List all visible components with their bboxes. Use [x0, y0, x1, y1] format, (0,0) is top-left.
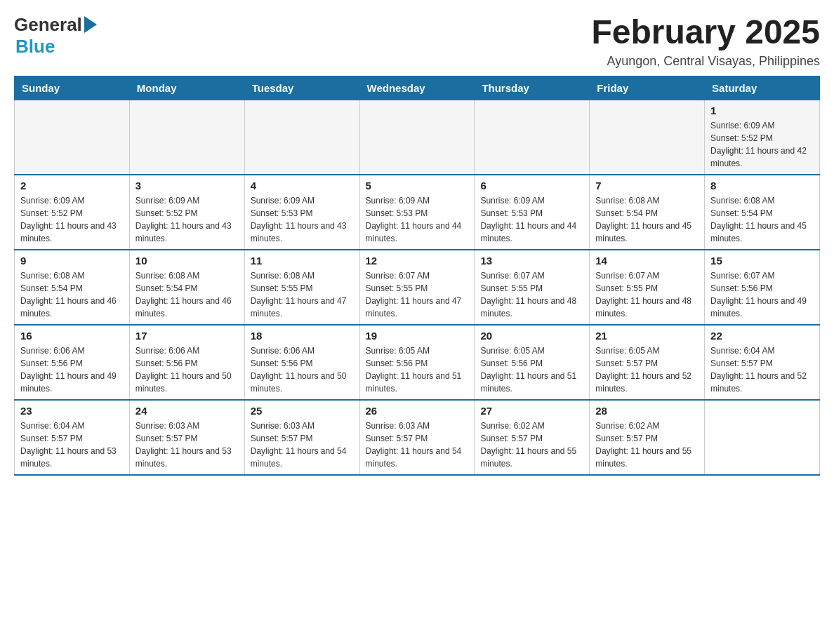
- calendar-cell: 5Sunrise: 6:09 AM Sunset: 5:53 PM Daylig…: [359, 175, 475, 250]
- calendar-cell: 17Sunrise: 6:06 AM Sunset: 5:56 PM Dayli…: [129, 325, 244, 400]
- day-number: 18: [251, 330, 354, 342]
- calendar-cell: 7Sunrise: 6:08 AM Sunset: 5:54 PM Daylig…: [590, 175, 705, 250]
- location-title: Ayungon, Central Visayas, Philippines: [591, 54, 820, 69]
- day-info: Sunrise: 6:08 AM Sunset: 5:55 PM Dayligh…: [251, 269, 354, 320]
- day-header-wednesday: Wednesday: [359, 76, 475, 100]
- day-number: 27: [480, 405, 583, 417]
- day-info: Sunrise: 6:08 AM Sunset: 5:54 PM Dayligh…: [595, 194, 699, 245]
- day-info: Sunrise: 6:02 AM Sunset: 5:57 PM Dayligh…: [595, 420, 699, 470]
- calendar-header-row: SundayMondayTuesdayWednesdayThursdayFrid…: [15, 76, 820, 100]
- calendar-cell: 6Sunrise: 6:09 AM Sunset: 5:53 PM Daylig…: [475, 175, 590, 250]
- calendar-cell: 19Sunrise: 6:05 AM Sunset: 5:56 PM Dayli…: [359, 325, 475, 400]
- day-number: 21: [595, 330, 699, 342]
- day-info: Sunrise: 6:09 AM Sunset: 5:52 PM Dayligh…: [710, 119, 814, 170]
- logo-blue-text: Blue: [15, 36, 55, 57]
- calendar-week-5: 23Sunrise: 6:04 AM Sunset: 5:57 PM Dayli…: [15, 400, 820, 475]
- calendar-cell: 18Sunrise: 6:06 AM Sunset: 5:56 PM Dayli…: [244, 325, 359, 400]
- day-number: 15: [710, 255, 814, 267]
- day-header-friday: Friday: [590, 76, 705, 100]
- calendar-cell: 24Sunrise: 6:03 AM Sunset: 5:57 PM Dayli…: [129, 400, 244, 475]
- day-number: 11: [251, 255, 354, 267]
- calendar-cell: 23Sunrise: 6:04 AM Sunset: 5:57 PM Dayli…: [15, 400, 130, 475]
- calendar-cell: 2Sunrise: 6:09 AM Sunset: 5:52 PM Daylig…: [15, 175, 130, 250]
- calendar-cell: 10Sunrise: 6:08 AM Sunset: 5:54 PM Dayli…: [129, 250, 244, 325]
- calendar-cell: 27Sunrise: 6:02 AM Sunset: 5:57 PM Dayli…: [475, 400, 590, 475]
- day-number: 28: [595, 405, 699, 417]
- day-number: 20: [480, 330, 583, 342]
- day-info: Sunrise: 6:09 AM Sunset: 5:53 PM Dayligh…: [366, 194, 469, 245]
- day-info: Sunrise: 6:07 AM Sunset: 5:55 PM Dayligh…: [480, 269, 583, 320]
- day-info: Sunrise: 6:06 AM Sunset: 5:56 PM Dayligh…: [251, 344, 354, 395]
- calendar-cell: 28Sunrise: 6:02 AM Sunset: 5:57 PM Dayli…: [590, 400, 705, 475]
- day-number: 4: [251, 180, 354, 192]
- day-info: Sunrise: 6:04 AM Sunset: 5:57 PM Dayligh…: [710, 344, 814, 395]
- calendar-cell: 20Sunrise: 6:05 AM Sunset: 5:56 PM Dayli…: [475, 325, 590, 400]
- calendar-week-4: 16Sunrise: 6:06 AM Sunset: 5:56 PM Dayli…: [15, 325, 820, 400]
- logo-general-text: General: [14, 14, 82, 36]
- logo-triangle-icon: [84, 16, 97, 33]
- day-number: 22: [710, 330, 814, 342]
- logo: General Blue: [14, 14, 97, 58]
- day-info: Sunrise: 6:09 AM Sunset: 5:53 PM Dayligh…: [251, 194, 354, 245]
- day-number: 5: [366, 180, 469, 192]
- day-info: Sunrise: 6:07 AM Sunset: 5:56 PM Dayligh…: [710, 269, 814, 320]
- day-number: 25: [251, 405, 354, 417]
- day-number: 7: [595, 180, 699, 192]
- day-info: Sunrise: 6:09 AM Sunset: 5:53 PM Dayligh…: [480, 194, 583, 245]
- day-info: Sunrise: 6:05 AM Sunset: 5:56 PM Dayligh…: [366, 344, 469, 395]
- calendar-cell: 12Sunrise: 6:07 AM Sunset: 5:55 PM Dayli…: [359, 250, 475, 325]
- day-info: Sunrise: 6:09 AM Sunset: 5:52 PM Dayligh…: [135, 194, 239, 245]
- calendar-cell: 16Sunrise: 6:06 AM Sunset: 5:56 PM Dayli…: [15, 325, 130, 400]
- calendar-cell: 13Sunrise: 6:07 AM Sunset: 5:55 PM Dayli…: [475, 250, 590, 325]
- day-number: 23: [20, 405, 124, 417]
- calendar-cell: 9Sunrise: 6:08 AM Sunset: 5:54 PM Daylig…: [15, 250, 130, 325]
- day-number: 24: [135, 405, 239, 417]
- calendar-cell: 1Sunrise: 6:09 AM Sunset: 5:52 PM Daylig…: [705, 100, 820, 175]
- calendar-cell: [244, 100, 359, 175]
- calendar-cell: 25Sunrise: 6:03 AM Sunset: 5:57 PM Dayli…: [244, 400, 359, 475]
- day-info: Sunrise: 6:04 AM Sunset: 5:57 PM Dayligh…: [20, 420, 124, 470]
- day-info: Sunrise: 6:03 AM Sunset: 5:57 PM Dayligh…: [366, 420, 469, 470]
- day-number: 9: [20, 255, 124, 267]
- day-number: 14: [595, 255, 699, 267]
- day-number: 2: [20, 180, 124, 192]
- day-header-thursday: Thursday: [475, 76, 590, 100]
- calendar-cell: 22Sunrise: 6:04 AM Sunset: 5:57 PM Dayli…: [705, 325, 820, 400]
- day-header-sunday: Sunday: [15, 76, 130, 100]
- day-info: Sunrise: 6:06 AM Sunset: 5:56 PM Dayligh…: [135, 344, 239, 395]
- day-number: 1: [710, 105, 814, 116]
- day-info: Sunrise: 6:03 AM Sunset: 5:57 PM Dayligh…: [135, 420, 239, 470]
- calendar-cell: [590, 100, 705, 175]
- day-number: 16: [20, 330, 124, 342]
- day-info: Sunrise: 6:02 AM Sunset: 5:57 PM Dayligh…: [480, 420, 583, 470]
- day-info: Sunrise: 6:06 AM Sunset: 5:56 PM Dayligh…: [20, 344, 124, 395]
- calendar-cell: [15, 100, 130, 175]
- calendar-cell: [475, 100, 590, 175]
- day-info: Sunrise: 6:08 AM Sunset: 5:54 PM Dayligh…: [710, 194, 814, 245]
- day-number: 8: [710, 180, 814, 192]
- calendar-cell: 21Sunrise: 6:05 AM Sunset: 5:57 PM Dayli…: [590, 325, 705, 400]
- calendar-cell: 3Sunrise: 6:09 AM Sunset: 5:52 PM Daylig…: [129, 175, 244, 250]
- calendar-cell: [129, 100, 244, 175]
- day-info: Sunrise: 6:05 AM Sunset: 5:56 PM Dayligh…: [480, 344, 583, 395]
- day-number: 6: [480, 180, 583, 192]
- day-header-tuesday: Tuesday: [244, 76, 359, 100]
- title-block: February 2025 Ayungon, Central Visayas, …: [591, 14, 820, 69]
- day-header-monday: Monday: [129, 76, 244, 100]
- calendar-week-2: 2Sunrise: 6:09 AM Sunset: 5:52 PM Daylig…: [15, 175, 820, 250]
- day-info: Sunrise: 6:05 AM Sunset: 5:57 PM Dayligh…: [595, 344, 699, 395]
- page-header: General Blue February 2025 Ayungon, Cent…: [14, 14, 820, 69]
- day-info: Sunrise: 6:08 AM Sunset: 5:54 PM Dayligh…: [135, 269, 239, 320]
- calendar-cell: 15Sunrise: 6:07 AM Sunset: 5:56 PM Dayli…: [705, 250, 820, 325]
- day-number: 3: [135, 180, 239, 192]
- month-title: February 2025: [591, 14, 820, 51]
- calendar-cell: 8Sunrise: 6:08 AM Sunset: 5:54 PM Daylig…: [705, 175, 820, 250]
- calendar-cell: 11Sunrise: 6:08 AM Sunset: 5:55 PM Dayli…: [244, 250, 359, 325]
- day-info: Sunrise: 6:07 AM Sunset: 5:55 PM Dayligh…: [366, 269, 469, 320]
- calendar-table: SundayMondayTuesdayWednesdayThursdayFrid…: [14, 76, 820, 476]
- day-number: 26: [366, 405, 469, 417]
- calendar-cell: 4Sunrise: 6:09 AM Sunset: 5:53 PM Daylig…: [244, 175, 359, 250]
- day-number: 12: [366, 255, 469, 267]
- calendar-week-3: 9Sunrise: 6:08 AM Sunset: 5:54 PM Daylig…: [15, 250, 820, 325]
- day-number: 13: [480, 255, 583, 267]
